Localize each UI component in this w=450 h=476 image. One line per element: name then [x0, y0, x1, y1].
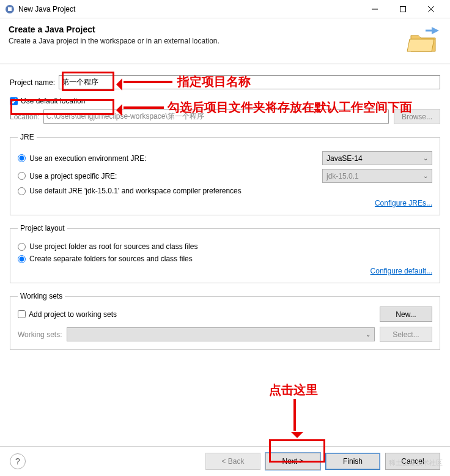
use-default-location-row: Use default location — [10, 97, 440, 105]
jre-project-label: Use a project specific JRE: — [29, 172, 322, 180]
jre-group: JRE Use an execution environment JRE: Ja… — [10, 133, 440, 215]
jre-env-radio[interactable] — [18, 154, 26, 162]
add-to-working-sets-checkbox[interactable] — [18, 310, 26, 318]
jre-legend: JRE — [18, 133, 37, 141]
close-button[interactable] — [417, 0, 445, 18]
cancel-button[interactable]: Cancel — [385, 453, 440, 470]
minimize-button[interactable] — [361, 0, 389, 18]
jre-default-label: Use default JRE 'jdk-15.0.1' and workspa… — [29, 187, 432, 195]
working-sets-legend: Working sets — [18, 292, 65, 300]
jre-default-radio[interactable] — [18, 187, 26, 195]
finish-button[interactable]: Finish — [325, 453, 380, 470]
layout-root-radio[interactable] — [18, 243, 26, 251]
dialog-banner: Create a Java Project Create a Java proj… — [0, 18, 450, 64]
configure-jres-link[interactable]: Configure JREs... — [375, 199, 432, 207]
use-default-location-label: Use default location — [21, 97, 85, 105]
maximize-button[interactable] — [389, 0, 417, 18]
banner-description: Create a Java project in the workspace o… — [9, 37, 400, 45]
select-working-set-button: Select... — [380, 327, 432, 342]
back-button: < Back — [205, 453, 260, 470]
jre-env-label: Use an execution environment JRE: — [29, 154, 322, 163]
annotation-text-3: 点击这里 — [269, 382, 318, 398]
next-button[interactable]: Next > — [265, 453, 320, 470]
jre-env-combo[interactable]: JavaSE-14 ⌄ — [322, 151, 432, 165]
svg-rect-3 — [400, 6, 406, 12]
layout-separate-label: Create separate folders for sources and … — [29, 255, 432, 263]
jre-project-combo: jdk-15.0.1 ⌄ — [322, 169, 432, 183]
chevron-down-icon: ⌄ — [423, 155, 428, 162]
use-default-location-checkbox[interactable] — [10, 97, 18, 105]
titlebar: New Java Project — [0, 0, 450, 18]
project-name-input[interactable] — [59, 75, 440, 89]
project-name-row: Project name: — [10, 75, 440, 89]
dialog-footer: ? < Back Next > Finish Cancel — [0, 446, 450, 470]
jre-project-value: jdk-15.0.1 — [326, 172, 359, 180]
new-working-set-button[interactable]: New... — [380, 307, 432, 322]
annotation-arrow-3 — [293, 399, 296, 431]
location-row: Location: Browse... — [10, 109, 440, 124]
location-input — [43, 110, 389, 124]
location-label: Location: — [10, 113, 40, 121]
folder-wizard-icon — [405, 24, 441, 55]
browse-button: Browse... — [394, 109, 440, 124]
configure-default-link[interactable]: Configure default... — [371, 267, 432, 275]
add-to-working-sets-label: Add project to working sets — [29, 310, 117, 319]
jre-project-radio[interactable] — [18, 172, 26, 180]
window-title: New Java Project — [18, 5, 361, 13]
jre-env-value: JavaSE-14 — [326, 154, 363, 163]
chevron-down-icon: ⌄ — [366, 331, 371, 338]
layout-root-label: Use project folder as root for sources a… — [29, 242, 432, 251]
svg-marker-7 — [407, 39, 434, 51]
project-name-label: Project name: — [10, 78, 55, 87]
app-icon — [5, 4, 15, 14]
banner-heading: Create a Java Project — [9, 24, 400, 34]
svg-rect-1 — [8, 7, 12, 11]
project-layout-group: Project layout Use project folder as roo… — [10, 224, 440, 283]
working-sets-group: Working sets Add project to working sets… — [10, 292, 440, 350]
working-sets-combo: ⌄ — [67, 327, 375, 341]
chevron-down-icon: ⌄ — [423, 173, 428, 179]
help-button[interactable]: ? — [10, 453, 26, 469]
working-sets-label: Working sets: — [18, 330, 62, 339]
project-layout-legend: Project layout — [18, 224, 67, 232]
layout-separate-radio[interactable] — [18, 255, 26, 263]
